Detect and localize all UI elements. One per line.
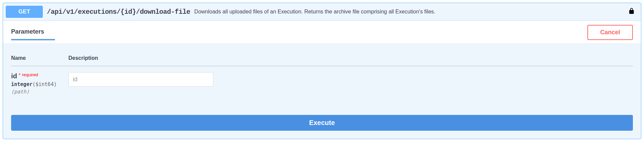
param-type: integer($int64) bbox=[11, 81, 68, 87]
id-input[interactable] bbox=[68, 72, 213, 87]
column-header-name: Name bbox=[11, 50, 68, 66]
parameters-table: Name Description id * required integer($… bbox=[11, 50, 633, 95]
param-location: (path) bbox=[11, 89, 68, 95]
table-row: id * required integer($int64) (path) bbox=[11, 66, 633, 95]
cancel-button[interactable]: Cancel bbox=[587, 25, 633, 40]
required-star: * bbox=[19, 72, 20, 78]
operation-summary[interactable]: GET /api/v1/executions/{id}/download-fil… bbox=[3, 3, 641, 21]
column-header-description: Description bbox=[68, 50, 633, 66]
parameters-header: Parameters Cancel bbox=[3, 21, 641, 44]
parameters-body: Name Description id * required integer($… bbox=[3, 44, 641, 139]
required-label: required bbox=[22, 72, 38, 77]
endpoint-path: /api/v1/executions/{id}/download-file bbox=[47, 8, 190, 16]
param-name: id bbox=[11, 72, 17, 80]
lock-icon[interactable] bbox=[628, 8, 638, 16]
http-method-badge: GET bbox=[6, 6, 43, 18]
endpoint-description: Downloads all uploaded files of an Execu… bbox=[194, 9, 624, 15]
tab-parameters[interactable]: Parameters bbox=[11, 28, 44, 40]
operation-block: GET /api/v1/executions/{id}/download-fil… bbox=[3, 3, 641, 139]
execute-button[interactable]: Execute bbox=[11, 115, 633, 131]
